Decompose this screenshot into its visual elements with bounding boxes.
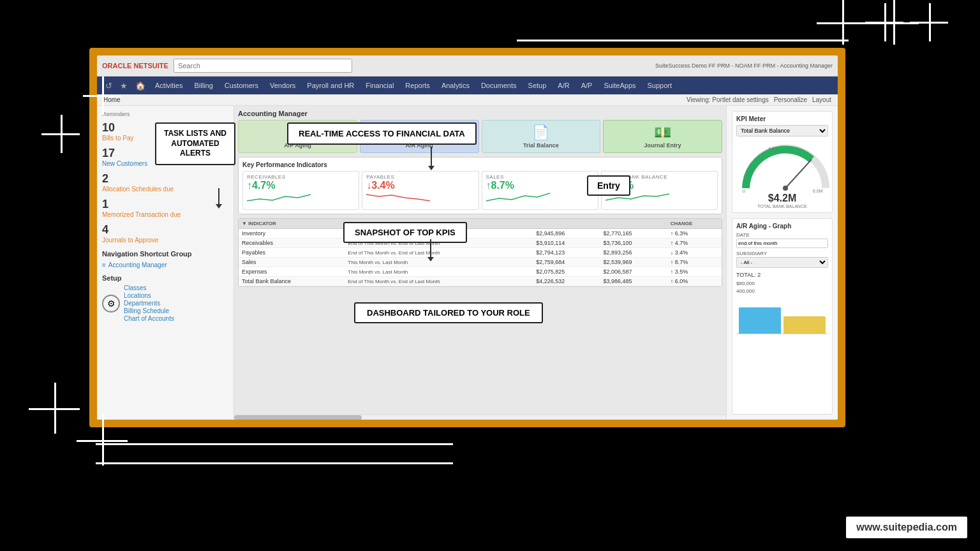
row-current: $2,759,684 xyxy=(533,258,600,267)
row-period: End of This Month vs. End of Last Month xyxy=(345,277,533,286)
search-input[interactable] xyxy=(174,59,352,73)
trial-balance-label: Trial Balance xyxy=(486,142,597,149)
scrollbar-track xyxy=(234,415,726,420)
row-prior: $3,986,485 xyxy=(600,277,667,286)
annotation-arrow-tasks xyxy=(216,188,222,209)
main-dashboard: Accounting Manager 💰 A/P Aging 👤 A/R Agi… xyxy=(234,106,726,420)
nav-setup[interactable]: Setup xyxy=(523,79,552,92)
row-current: $2,075,825 xyxy=(533,267,600,277)
nav-documents[interactable]: Documents xyxy=(476,79,522,92)
personalize-button[interactable]: Personalize xyxy=(774,96,807,103)
portlet-journal-entry[interactable]: 💵 Journal Entry xyxy=(603,120,722,153)
annotation-dashboard-tailored: DASHBOARD TAILORED TO YOUR ROLE xyxy=(354,302,543,323)
nav-reports[interactable]: Reports xyxy=(400,79,435,92)
task-number-allocation: 2 xyxy=(102,172,228,186)
setup-billing-schedule[interactable]: Billing Schedule xyxy=(124,307,174,314)
setup-departments[interactable]: Departments xyxy=(124,300,174,307)
kpi-receivables-value: ↑4.7% xyxy=(247,180,355,191)
layout-button[interactable]: Layout xyxy=(812,96,831,103)
journal-entry-label: Journal Entry xyxy=(607,142,718,149)
task-journals: 4 Journals to Approve xyxy=(102,223,228,244)
table-row: Expenses This Month vs. Last Month $2,07… xyxy=(239,267,722,277)
kpi-meter-select[interactable]: Total Bank Balance xyxy=(736,125,828,136)
kpi-sales-label: SALES xyxy=(486,174,594,180)
nav-activities[interactable]: Activities xyxy=(150,79,188,92)
nav-analytics[interactable]: Analytics xyxy=(436,79,475,92)
task-number-memorized: 1 xyxy=(102,198,228,211)
row-change: ↑ 3.5% xyxy=(667,267,722,277)
kpi-sales: SALES ↑8.7% xyxy=(482,171,598,210)
kpi-cards-row: RECEIVABLES ↑4.7% PAYABLES ↓3.4% xyxy=(242,171,718,210)
bar-2 xyxy=(783,316,826,334)
nav-suiteapps[interactable]: SuiteApps xyxy=(598,79,641,92)
row-change: ↑ 8.7% xyxy=(667,258,722,267)
nav-vendors[interactable]: Vendors xyxy=(265,79,301,92)
viewing-label[interactable]: Viewing: Portlet date settings xyxy=(687,96,769,103)
svg-text:6.0M: 6.0M xyxy=(813,189,823,193)
task-label-allocation[interactable]: Allocation Schedules due xyxy=(102,186,228,193)
oracle-netsuite-logo: ORACLE ORACLE NETSUITENETSUITE xyxy=(102,62,168,70)
row-current: $2,794,123 xyxy=(533,248,600,258)
setup-icon: ⚙ xyxy=(102,284,120,322)
row-change: ↑ 6.0% xyxy=(667,277,722,286)
reminders-label: Reminders xyxy=(102,111,228,117)
nav-customers[interactable]: Customers xyxy=(219,79,264,92)
browser-window: ORACLE ORACLE NETSUITENETSUITE SuiteSucc… xyxy=(97,55,838,420)
kpi-gauge: 0 4.0M 6.0M xyxy=(736,140,835,195)
row-current: $2,945,896 xyxy=(533,229,600,239)
annotation-snapshot: SNAPSHOT OF TOP KPIS xyxy=(343,222,467,243)
setup-section-title: Setup xyxy=(102,274,228,282)
row-period: This Month vs. Last Month xyxy=(345,258,533,267)
nav-billing[interactable]: Billing xyxy=(189,79,218,92)
setup-chart-of-accounts[interactable]: Chart of Accounts xyxy=(124,315,174,322)
svg-text:4.0M: 4.0M xyxy=(768,147,778,151)
nav-ar[interactable]: A/R xyxy=(553,79,574,92)
browser-user-info: SuiteSuccess Demo FF PRM - NOAM FF PRM -… xyxy=(655,62,833,69)
row-period: This Month vs. Last Month xyxy=(345,267,533,277)
setup-locations[interactable]: Locations xyxy=(124,292,174,299)
row-label: Receivables xyxy=(239,239,345,248)
kpi-receivables: RECEIVABLES ↑4.7% xyxy=(242,171,359,210)
task-label-memorized[interactable]: Memorized Transaction due xyxy=(102,211,228,218)
scrollbar-thumb[interactable] xyxy=(234,415,362,420)
accounting-manager-title: Accounting Manager xyxy=(238,110,722,117)
subsidiary-select[interactable]: - All - xyxy=(736,257,828,268)
table-row: Receivables End of This Month vs. End of… xyxy=(239,239,722,248)
annotation-journal-entry: Entry xyxy=(587,175,630,196)
nav-shortcut-accounting[interactable]: ≡ Accounting Manager xyxy=(102,261,228,269)
nav-financial[interactable]: Financial xyxy=(360,79,399,92)
ar-aging-graph-widget: A/R Aging - Graph DATE SUBSIDIARY - All … xyxy=(732,218,833,415)
gauge-label: TOTAL BANK BALANCE xyxy=(736,204,828,209)
setup-classes[interactable]: Classes xyxy=(124,284,174,291)
kpi-receivables-label: RECEIVABLES xyxy=(247,174,355,180)
nav-home-icon[interactable]: 🏠 xyxy=(132,80,149,92)
date-input[interactable] xyxy=(736,239,828,248)
row-current: $3,910,114 xyxy=(533,239,600,248)
portlet-trial-balance[interactable]: 📄 Trial Balance xyxy=(482,120,601,153)
row-prior: $2,006,587 xyxy=(600,267,667,277)
kpi-payables: PAYABLES ↓3.4% xyxy=(362,171,479,210)
row-prior: $2,893,256 xyxy=(600,248,667,258)
svg-text:0: 0 xyxy=(743,189,745,193)
kpi-section: Key Performance Indicators RECEIVABLES ↑… xyxy=(238,157,722,214)
row-label: Payables xyxy=(239,248,345,258)
setup-links: Classes Locations Departments Billing Sc… xyxy=(124,284,174,322)
nav-ap[interactable]: A/P xyxy=(576,79,598,92)
table-row: Total Bank Balance End of This Month vs.… xyxy=(239,277,722,286)
breadcrumb-home: Home xyxy=(103,96,121,103)
task-label-journals[interactable]: Journals to Approve xyxy=(102,237,228,244)
kpi-meter-title: KPI Meter xyxy=(736,115,828,122)
row-current: $4,226,532 xyxy=(533,277,600,286)
browser-toolbar: ORACLE ORACLE NETSUITENETSUITE SuiteSucc… xyxy=(97,55,838,77)
sub-header-controls: Viewing: Portlet date settings Personali… xyxy=(687,96,831,103)
sub-header: Home Viewing: Portlet date settings Pers… xyxy=(97,94,838,106)
table-row: Inventory End of This Month vs. End of L… xyxy=(239,229,722,239)
ar-graph-title: A/R Aging - Graph xyxy=(736,223,828,230)
task-memorized: 1 Memorized Transaction due xyxy=(102,198,228,218)
nav-payroll-hr[interactable]: Payroll and HR xyxy=(302,79,359,92)
trial-balance-icon: 📄 xyxy=(486,124,597,141)
row-label: Total Bank Balance xyxy=(239,277,345,286)
data-table-section: ▼ INDICATOR CHANGE Inventory xyxy=(238,218,722,287)
nav-support[interactable]: Support xyxy=(642,79,678,92)
task-allocation: 2 Allocation Schedules due xyxy=(102,172,228,193)
